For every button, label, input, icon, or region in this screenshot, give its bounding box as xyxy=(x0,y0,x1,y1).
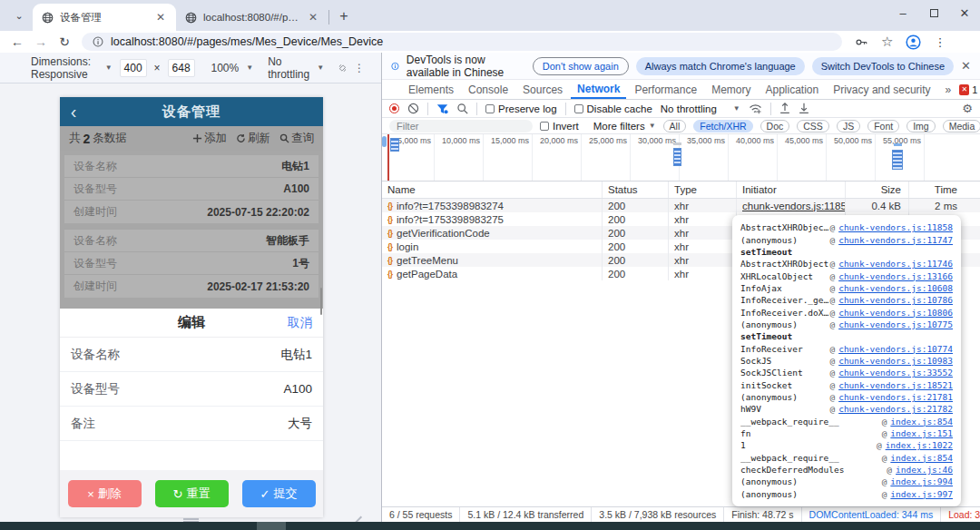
devicebar-menu-icon[interactable]: ⋮ xyxy=(354,62,365,74)
source-link[interactable]: chunk-vendors.js:13166 xyxy=(838,271,953,281)
filter-input[interactable] xyxy=(389,120,533,132)
overview-drag-handle[interactable] xyxy=(382,136,387,147)
column-header-type[interactable]: Type xyxy=(669,182,737,198)
device-card[interactable]: 设备名称智能板手 设备型号1号 创建时间2025-02-17 21:53:20 xyxy=(64,230,318,298)
source-link[interactable]: index.js:997 xyxy=(890,489,953,499)
initiator-link[interactable]: chunk-vendors.js:11858 xyxy=(742,201,846,211)
column-header-status[interactable]: Status xyxy=(603,182,669,198)
modal-field[interactable]: 设备型号A100 xyxy=(60,372,323,407)
tab-performance[interactable]: Performance xyxy=(628,80,703,99)
add-button[interactable]: 添加 xyxy=(192,131,227,146)
forward-icon[interactable]: → xyxy=(29,34,53,49)
source-link[interactable]: index.js:854 xyxy=(890,453,953,463)
height-input[interactable]: 648 xyxy=(168,59,195,77)
url-field[interactable]: localhost:8080/#/pages/mes/Mes_Device/Me… xyxy=(82,33,842,51)
browser-menu-icon[interactable]: ⋮ xyxy=(934,35,946,49)
horizontal-scrollbar-track[interactable] xyxy=(0,522,980,530)
request-row[interactable]: {}info?t=1753398983274 200 xhr chunk-ven… xyxy=(382,199,980,212)
source-link[interactable]: chunk-vendors.js:10775 xyxy=(838,319,953,329)
dimensions-select[interactable]: Dimensions: Responsive xyxy=(31,55,98,81)
field-input[interactable]: A100 xyxy=(283,382,312,396)
filter-pill-font[interactable]: Font xyxy=(867,120,899,132)
network-conditions-icon[interactable] xyxy=(749,103,762,114)
tab-console[interactable]: Console xyxy=(462,80,514,99)
filter-pill-js[interactable]: JS xyxy=(837,120,860,132)
new-tab-button[interactable]: + xyxy=(333,5,355,27)
source-link[interactable]: index.js:854 xyxy=(890,417,953,427)
source-link[interactable]: chunk-vendors.js:10774 xyxy=(838,344,953,354)
preserve-log-checkbox[interactable]: Preserve log xyxy=(485,103,557,114)
refresh-button[interactable]: 刷新 xyxy=(236,131,270,146)
tab-search-chevron-icon[interactable]: ⌄ xyxy=(7,4,31,27)
source-link[interactable]: index.js:1022 xyxy=(886,440,953,450)
modal-field[interactable]: 备注大号 xyxy=(60,407,323,441)
column-header-initiator[interactable]: Initiator xyxy=(737,182,846,198)
tab-application[interactable]: Application xyxy=(759,80,825,99)
reset-button[interactable]: ↻重置 xyxy=(155,480,229,507)
filter-pill-css[interactable]: CSS xyxy=(797,120,829,132)
throttling-select[interactable]: No throttling▼ xyxy=(661,103,740,114)
filter-pill-media[interactable]: Media xyxy=(943,120,980,132)
throttle-select[interactable]: No throttling xyxy=(268,55,309,81)
password-key-icon[interactable] xyxy=(855,35,868,49)
tab-close-icon[interactable]: ✕ xyxy=(307,11,319,24)
horizontal-scrollbar-thumb[interactable] xyxy=(257,522,286,530)
query-button[interactable]: 查询 xyxy=(279,131,314,146)
reload-icon[interactable]: ↻ xyxy=(53,34,76,49)
modal-field[interactable]: 设备名称电钻1 xyxy=(60,338,323,372)
network-overview-timeline[interactable]: 5,000 ms 10,000 ms 15,000 ms 20,000 ms 2… xyxy=(382,134,980,182)
source-link[interactable]: chunk-vendors.js:10608 xyxy=(838,283,953,293)
browser-tab-active[interactable]: 设备管理 ✕ xyxy=(33,4,176,31)
tab-close-icon[interactable]: ✕ xyxy=(154,11,167,24)
dont-show-again-button[interactable]: Don't show again xyxy=(533,57,629,75)
minimize-button[interactable]: – xyxy=(887,0,918,25)
filter-pill-img[interactable]: Img xyxy=(906,120,936,132)
source-link[interactable]: chunk-vendors.js:18521 xyxy=(838,380,953,390)
maximize-button[interactable] xyxy=(918,0,949,25)
column-header-name[interactable]: Name xyxy=(382,182,603,198)
tab-privacy-security[interactable]: Privacy and security xyxy=(827,80,936,99)
source-link[interactable]: chunk-vendors.js:21782 xyxy=(838,404,953,414)
more-filters-select[interactable]: More filters▼ xyxy=(593,121,656,132)
source-link[interactable]: chunk-vendors.js:33552 xyxy=(838,368,953,378)
error-badge[interactable]: ✕1 xyxy=(959,84,977,95)
export-har-icon[interactable] xyxy=(799,103,809,114)
profile-avatar[interactable] xyxy=(906,34,921,50)
submit-button[interactable]: ✓提交 xyxy=(242,480,316,507)
tab-elements[interactable]: Elements xyxy=(402,80,460,99)
back-icon[interactable]: ← xyxy=(5,34,29,49)
source-link[interactable]: chunk-vendors.js:11746 xyxy=(838,259,953,269)
field-input[interactable]: 大号 xyxy=(288,416,312,432)
phone-scrollbar[interactable] xyxy=(320,288,322,315)
source-link[interactable]: chunk-vendors.js:10806 xyxy=(838,308,953,318)
filter-icon[interactable] xyxy=(436,103,448,114)
invert-checkbox[interactable]: Invert xyxy=(540,121,579,132)
width-input[interactable]: 400 xyxy=(120,59,147,77)
zoom-select[interactable]: 100% xyxy=(211,62,240,74)
record-network-log-button[interactable] xyxy=(389,103,399,113)
rotate-device-icon[interactable] xyxy=(338,61,347,75)
tab-network[interactable]: Network xyxy=(571,80,626,99)
bookmark-star-icon[interactable]: ☆ xyxy=(881,34,893,50)
source-link[interactable]: index.js:46 xyxy=(896,465,953,475)
tab-sources[interactable]: Sources xyxy=(516,80,569,99)
filter-pill-doc[interactable]: Doc xyxy=(760,120,790,132)
page-info-icon[interactable] xyxy=(93,36,103,47)
browser-tab-inactive[interactable]: localhost:8080/#/pages/men ✕ xyxy=(176,4,328,31)
source-link[interactable]: chunk-vendors.js:11858 xyxy=(838,222,953,232)
disable-cache-checkbox[interactable]: Disable cache xyxy=(574,103,652,114)
import-har-icon[interactable] xyxy=(779,103,790,114)
source-link[interactable]: chunk-vendors.js:10983 xyxy=(838,356,953,366)
clear-network-log-icon[interactable] xyxy=(407,103,419,114)
tab-memory[interactable]: Memory xyxy=(705,80,757,99)
column-header-time[interactable]: Time xyxy=(909,182,972,198)
column-header-size[interactable]: Size xyxy=(846,182,909,198)
filter-pill-all[interactable]: All xyxy=(663,120,687,132)
match-language-button[interactable]: Always match Chrome's language xyxy=(636,57,805,75)
search-icon[interactable] xyxy=(456,103,468,114)
field-input[interactable]: 电钻1 xyxy=(280,347,312,363)
device-card[interactable]: 设备名称电钻1 设备型号A100 创建时间2025-07-15 22:20:02 xyxy=(64,155,318,223)
more-tabs-button[interactable]: » xyxy=(939,80,958,99)
source-link[interactable]: chunk-vendors.js:10786 xyxy=(838,295,953,305)
delete-button[interactable]: ×删除 xyxy=(68,480,142,507)
